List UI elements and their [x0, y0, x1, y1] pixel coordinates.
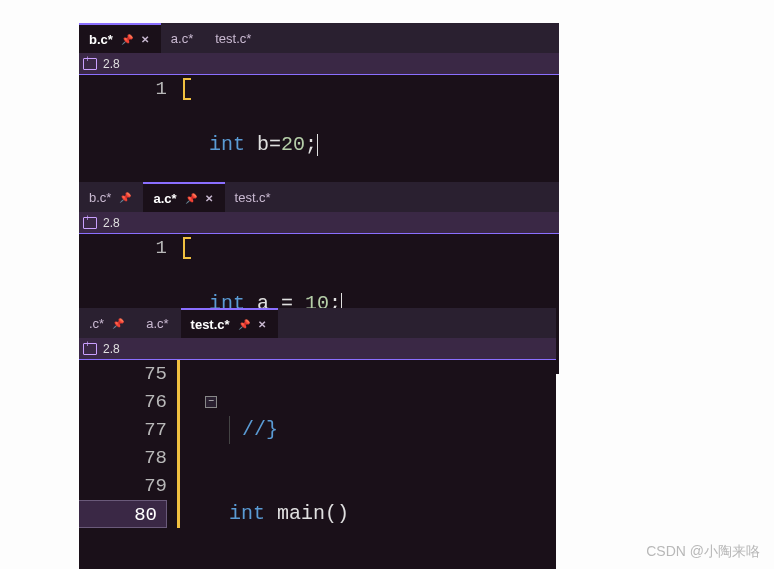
tab-label: test.c*	[215, 31, 251, 46]
split-icon[interactable]	[83, 58, 97, 70]
watermark: CSDN @小陶来咯	[646, 543, 760, 561]
tab-label: test.c*	[191, 317, 230, 332]
status-bar: 2.8	[79, 338, 556, 360]
tab-label: test.c*	[235, 190, 271, 205]
pin-icon[interactable]: 📌	[119, 192, 131, 203]
line-number: 79	[79, 472, 167, 500]
tab-label: .c*	[89, 316, 104, 331]
line-number: 80	[79, 500, 167, 528]
code-line[interactable]: int main()	[229, 500, 556, 528]
pin-icon[interactable]: 📌	[238, 319, 250, 330]
close-icon[interactable]: ✕	[258, 319, 266, 330]
zoom-level: 2.8	[103, 57, 120, 71]
code-content[interactable]: //} int main() { printf("%d %d", a, b); …	[225, 360, 556, 569]
code-line[interactable]: //}	[229, 416, 556, 444]
status-bar: 2.8	[79, 212, 559, 234]
caret-icon	[317, 134, 318, 156]
tab-label: a.c*	[146, 316, 168, 331]
zoom-level: 2.8	[103, 342, 120, 356]
tab-c[interactable]: .c* 📌	[79, 308, 136, 338]
pin-icon[interactable]: 📌	[121, 34, 133, 45]
glyph-margin	[177, 360, 205, 569]
tab-bar: .c* 📌 a.c* test.c* 📌 ✕	[79, 308, 556, 338]
tab-bar: b.c* 📌 a.c* 📌 ✕ test.c*	[79, 182, 559, 212]
zoom-level: 2.8	[103, 216, 120, 230]
tab-test-c[interactable]: test.c* 📌 ✕	[181, 308, 278, 338]
tab-test-c[interactable]: test.c*	[205, 23, 263, 53]
tab-label: a.c*	[153, 191, 176, 206]
tab-b-c[interactable]: b.c* 📌 ✕	[79, 23, 161, 53]
fold-minus-icon[interactable]: −	[205, 396, 217, 408]
tab-bar: b.c* 📌 ✕ a.c* test.c*	[79, 23, 559, 53]
tab-label: b.c*	[89, 190, 111, 205]
editor-panel-b: b.c* 📌 ✕ a.c* test.c* 2.8 1 int b=20;	[79, 23, 559, 159]
line-gutter: 75 76 77 78 79 80	[79, 360, 177, 569]
tab-a-c[interactable]: a.c*	[161, 23, 205, 53]
editor-panel-test: .c* 📌 a.c* test.c* 📌 ✕ 2.8 75 76 77 78 7…	[79, 308, 556, 557]
tab-a-c[interactable]: a.c* 📌 ✕	[143, 182, 224, 212]
tab-label: a.c*	[171, 31, 193, 46]
tab-test-c[interactable]: test.c*	[225, 182, 283, 212]
split-icon[interactable]	[83, 343, 97, 355]
line-number: 75	[79, 360, 167, 388]
close-icon[interactable]: ✕	[205, 193, 213, 204]
status-bar: 2.8	[79, 53, 559, 75]
line-number: 77	[79, 416, 167, 444]
pin-icon[interactable]: 📌	[112, 318, 124, 329]
close-icon[interactable]: ✕	[141, 34, 149, 45]
editor-panel-a: b.c* 📌 a.c* 📌 ✕ test.c* 2.8 1 int a = 10…	[79, 182, 559, 302]
fold-column: −	[205, 360, 225, 569]
tab-b-c[interactable]: b.c* 📌	[79, 182, 143, 212]
line-number: 76	[79, 388, 167, 416]
split-icon[interactable]	[83, 217, 97, 229]
pin-icon[interactable]: 📌	[185, 193, 197, 204]
line-number: 1	[79, 75, 167, 103]
line-number: 1	[79, 234, 167, 262]
line-number: 78	[79, 444, 167, 472]
code-area[interactable]: 75 76 77 78 79 80 − //} int main() { pri…	[79, 360, 556, 569]
tab-a-c[interactable]: a.c*	[136, 308, 180, 338]
tab-label: b.c*	[89, 32, 113, 47]
code-line[interactable]: int b=20;	[209, 131, 559, 159]
